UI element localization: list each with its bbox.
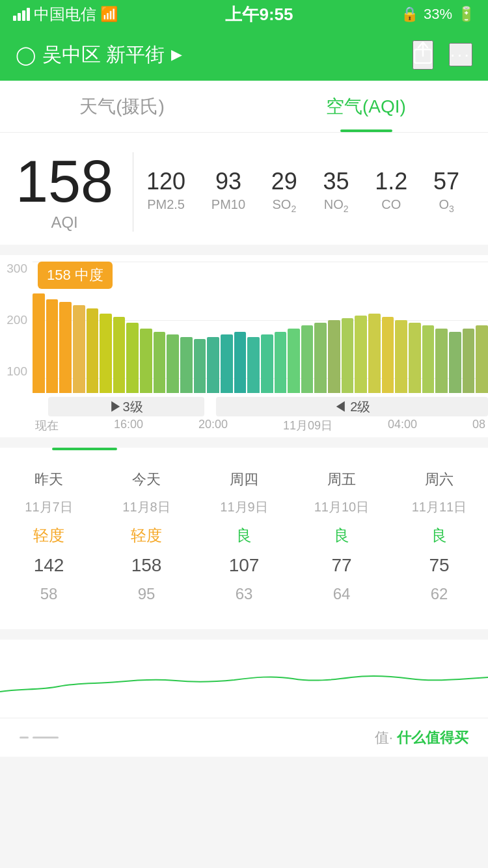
x-label-2: 20:00 [198, 418, 228, 433]
carrier-label: 中国电信 [34, 4, 96, 25]
weekly-quality: 轻度 [33, 525, 64, 546]
weekly-day: 周六 [425, 470, 454, 489]
bar [33, 293, 45, 393]
weekly-aqi: 107 [229, 555, 260, 576]
bar [59, 302, 72, 393]
bar [154, 332, 166, 393]
weekly-col: 今天 11月8日 轻度 158 95 [98, 463, 195, 610]
aqi-label: AQI [51, 213, 77, 232]
weekly-aqi: 142 [34, 555, 64, 576]
x-label-5: 08 [472, 418, 485, 433]
bar [275, 332, 287, 393]
metric-co-label: CO [381, 197, 401, 212]
bar [476, 325, 488, 393]
bar [449, 332, 461, 393]
metric-so2-label: SO2 [272, 197, 296, 214]
weekly-section: 昨天 11月7日 轻度 142 58 今天 11月8日 轻度 158 95 周四… [0, 448, 488, 629]
bar [221, 334, 233, 393]
bar [463, 329, 475, 393]
brand-highlight: 什么值得买 [397, 729, 468, 746]
tab-weather[interactable]: 天气(摄氏) [0, 81, 244, 132]
status-left: 中国电信 📶 [13, 4, 118, 25]
bar [409, 323, 421, 393]
status-time: 上午9:55 [225, 3, 293, 26]
more-button[interactable]: ··· [449, 43, 472, 66]
x-label-0: 现在 [35, 418, 59, 433]
weekly-pm25: 64 [333, 585, 351, 603]
location-display[interactable]: ◯ 吴中区 新平街 ▶ [16, 42, 182, 68]
app-header: ◯ 吴中区 新平街 ▶ ··· [0, 29, 488, 81]
bar [126, 323, 139, 393]
metric-o3-value: 57 [433, 170, 459, 193]
weekly-quality: 良 [431, 525, 447, 546]
bar [435, 329, 448, 393]
weekly-aqi: 75 [429, 555, 449, 576]
status-right: 🔒 33% 🔋 [401, 6, 475, 23]
main-tabs: 天气(摄氏) 空气(AQI) [0, 81, 488, 133]
bar [395, 320, 407, 393]
wifi-icon: 📶 [100, 6, 118, 23]
battery-label: 33% [424, 6, 452, 23]
aqi-main: 158 AQI [16, 152, 133, 232]
weekly-date: 11月9日 [220, 498, 267, 516]
metric-pm25: 120 PM2.5 [146, 170, 185, 214]
weekly-date: 11月10日 [314, 498, 370, 516]
location-arrow-icon: ▶ [171, 46, 182, 63]
aqi-section: 158 AQI 120 PM2.5 93 PM10 29 SO2 35 NO2 … [0, 133, 488, 245]
level-labels: ▶3级 ◀ 2级 [33, 397, 488, 416]
metric-co: 1.2 CO [375, 170, 407, 214]
bottom-brand: 值· 什么值得买 [375, 728, 468, 748]
weekly-date: 11月8日 [122, 498, 170, 516]
bar [422, 325, 435, 393]
metric-no2-value: 35 [323, 170, 349, 193]
weekly-day: 今天 [132, 470, 161, 489]
weekly-aqi: 158 [131, 555, 162, 576]
location-text: 吴中区 新平街 [42, 42, 165, 68]
metric-pm25-value: 120 [146, 170, 185, 193]
mini-chart-svg [0, 640, 488, 718]
x-label-4: 04:00 [388, 418, 417, 433]
bar [355, 316, 367, 393]
bar [207, 337, 219, 393]
bar [368, 314, 381, 393]
y-label-100: 100 [7, 364, 27, 379]
bar [87, 308, 99, 393]
metric-pm10: 93 PM10 [211, 170, 245, 214]
level-2-label: ◀ 2级 [216, 397, 488, 416]
metric-pm10-label: PM10 [211, 197, 245, 212]
weekly-day: 周四 [230, 470, 258, 489]
weekly-grid: 昨天 11月7日 轻度 142 58 今天 11月8日 轻度 158 95 周四… [0, 463, 488, 610]
bar [46, 299, 59, 393]
weekly-day: 周五 [327, 470, 356, 489]
weekly-col: 昨天 11月7日 轻度 142 58 [0, 463, 98, 610]
tab-aqi[interactable]: 空气(AQI) [244, 81, 488, 132]
bar [314, 323, 327, 393]
metric-pm10-value: 93 [215, 170, 241, 193]
chart-section: 300 200 100 158 中度 ▶3级 ◀ 2级 现在 16:00 20:… [0, 255, 488, 437]
x-label-3: 11月09日 [283, 418, 332, 433]
weekly-col: 周六 11月11日 良 75 62 [390, 463, 488, 610]
chart-tooltip: 158 中度 [38, 262, 113, 289]
bars-container [33, 276, 488, 393]
metric-so2-value: 29 [271, 170, 297, 193]
metric-no2-label: NO2 [324, 197, 349, 214]
weekly-pm25: 95 [138, 585, 156, 603]
weekly-quality: 轻度 [131, 525, 162, 546]
metric-no2: 35 NO2 [323, 170, 349, 214]
bar [261, 334, 273, 393]
metric-so2: 29 SO2 [271, 170, 297, 214]
bar [100, 314, 112, 393]
metric-o3-label: O3 [439, 197, 454, 214]
bottom-bar: 值· 什么值得买 [0, 718, 488, 757]
bar [301, 325, 314, 393]
bar [140, 329, 152, 393]
dash-short [20, 737, 29, 739]
metric-co-value: 1.2 [375, 170, 407, 193]
share-button[interactable] [413, 40, 433, 70]
weekly-underline [52, 448, 117, 450]
y-label-200: 200 [7, 313, 27, 327]
weekly-col: 周四 11月9日 良 107 63 [195, 463, 293, 610]
metric-pm25-label: PM2.5 [147, 197, 185, 212]
bar [247, 337, 260, 393]
lock-icon: 🔒 [401, 6, 418, 23]
